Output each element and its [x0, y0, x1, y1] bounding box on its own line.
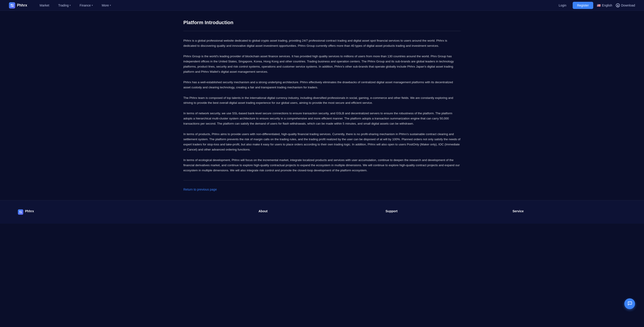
svg-rect-8 — [21, 211, 22, 212]
more-chevron-icon: ▾ — [110, 4, 111, 6]
svg-rect-9 — [20, 212, 20, 213]
navbar-right: Login Register 🇺🇸 English Download — [556, 2, 635, 9]
language-selector[interactable]: 🇺🇸 English — [597, 4, 612, 7]
finance-chevron-icon: ▾ — [92, 4, 93, 6]
nav-more[interactable]: More ▾ — [98, 2, 114, 9]
download-icon — [616, 3, 620, 8]
chat-icon — [627, 301, 632, 307]
nav-finance[interactable]: Finance ▾ — [76, 2, 96, 9]
svg-point-4 — [629, 303, 629, 303]
login-button[interactable]: Login — [556, 2, 569, 8]
top-divider — [183, 31, 461, 31]
footer-logo-icon — [18, 209, 23, 215]
paragraph-7: In terms of ecological development, Phhr… — [183, 158, 461, 173]
footer: Phhrx About Support Service — [0, 200, 644, 224]
register-button[interactable]: Register — [573, 2, 593, 9]
footer-about: About — [258, 209, 372, 215]
footer-support-title: Support — [386, 209, 499, 213]
download-button[interactable]: Download — [616, 3, 635, 8]
paragraph-3: Phhrx has a well-established security me… — [183, 80, 461, 90]
svg-rect-0 — [11, 4, 12, 5]
paragraph-6: In terms of products, Phhrx aims to prov… — [183, 132, 461, 152]
chat-button[interactable] — [624, 298, 635, 309]
svg-rect-7 — [20, 211, 20, 212]
logo-text: Phhrx — [17, 3, 27, 8]
svg-point-6 — [630, 303, 630, 303]
page-title: Platform Introduction — [183, 20, 461, 26]
flag-icon: 🇺🇸 — [597, 4, 600, 7]
logo[interactable]: Phhrx — [9, 2, 27, 8]
svg-rect-10 — [21, 212, 22, 213]
svg-rect-2 — [11, 6, 12, 7]
paragraph-4: The Phhrx team is composed of top talent… — [183, 96, 461, 106]
bottom-divider — [183, 180, 461, 180]
footer-logo-text: Phhrx — [25, 209, 34, 213]
footer-logo: Phhrx — [18, 209, 245, 215]
svg-point-5 — [630, 303, 630, 303]
paragraph-1: Phhrx is a global professional website d… — [183, 38, 461, 48]
return-link[interactable]: Return to previous page — [183, 188, 217, 191]
navbar: Phhrx Market Trading ▾ Finance ▾ More ▾ … — [0, 0, 644, 11]
paragraph-5: In terms of network security, we use SSL… — [183, 111, 461, 126]
svg-rect-1 — [12, 4, 14, 5]
footer-about-title: About — [258, 209, 372, 213]
trading-chevron-icon: ▾ — [70, 4, 71, 6]
footer-service-title: Service — [512, 209, 626, 213]
logo-icon — [9, 2, 15, 8]
footer-support: Support — [386, 209, 499, 215]
nav-menu: Market Trading ▾ Finance ▾ More ▾ — [36, 2, 556, 9]
main-content: Platform Introduction Phhrx is a global … — [166, 11, 478, 200]
nav-market[interactable]: Market — [36, 2, 53, 9]
svg-rect-3 — [12, 6, 14, 7]
footer-service: Service — [512, 209, 626, 215]
nav-trading[interactable]: Trading ▾ — [54, 2, 74, 9]
paragraph-2: Phhrx Group is the world's leading provi… — [183, 54, 461, 74]
